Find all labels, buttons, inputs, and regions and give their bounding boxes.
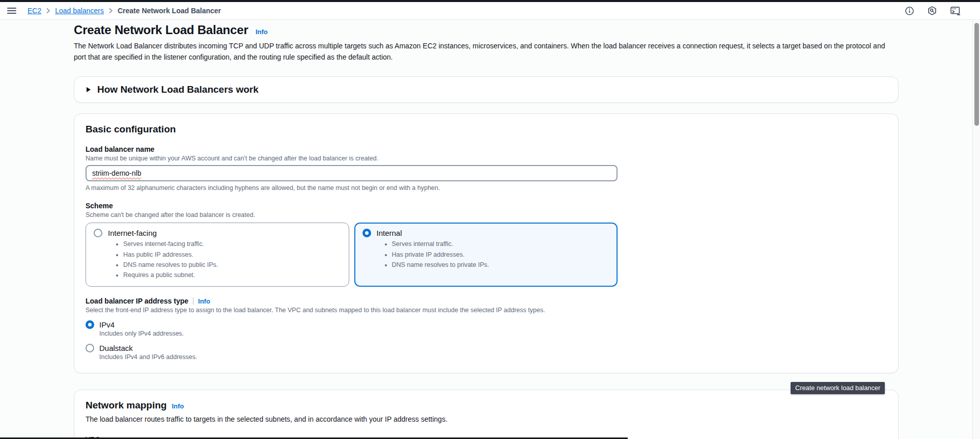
ip-type-description: Select the front-end IP address type to …	[86, 307, 887, 314]
info-circle-icon[interactable]	[905, 7, 914, 15]
chevron-right-icon	[108, 8, 113, 14]
bullet: DNS name resolves to public IPs.	[123, 260, 341, 270]
page-header: Create Network Load Balancer Info The Ne…	[74, 23, 899, 63]
basic-configuration-title: Basic configuration	[86, 124, 887, 135]
breadcrumb: EC2 Load balancers Create Network Load B…	[27, 7, 221, 15]
scrollbar-thumb[interactable]	[974, 23, 979, 126]
disclosure-triangle-icon	[87, 87, 91, 92]
bullet: Serves internet-facing traffic.	[123, 239, 341, 249]
page-title-info-link[interactable]: Info	[256, 28, 268, 36]
radio-ipv4[interactable]	[86, 320, 94, 329]
breadcrumb-ec2[interactable]: EC2	[27, 7, 41, 15]
radio-option-ipv4[interactable]: IPv4	[86, 320, 887, 329]
scheme-description: Scheme can't be changed after the load b…	[86, 211, 887, 218]
label-divider	[193, 297, 193, 305]
network-mapping-description: The load balancer routes traffic to targ…	[86, 415, 887, 423]
radio-dualstack-label: Dualstack	[99, 344, 133, 352]
cloudshell-terminal-icon[interactable]	[950, 7, 961, 15]
radio-option-dualstack[interactable]: Dualstack	[86, 344, 887, 352]
tile-label: Internet-facing	[108, 229, 157, 237]
network-mapping-info-link[interactable]: Info	[172, 402, 184, 410]
radio-internet-facing[interactable]	[94, 229, 102, 237]
load-balancer-name-input[interactable]: striim-demo-nlb	[86, 165, 618, 181]
breadcrumb-load-balancers[interactable]: Load balancers	[55, 7, 104, 15]
chevron-right-icon	[46, 8, 50, 14]
name-field-description: Name must be unique within your AWS acco…	[86, 155, 887, 162]
basic-configuration-card: Basic configuration Load balancer name N…	[74, 114, 899, 373]
load-balancer-name-field: Load balancer name Name must be unique w…	[86, 145, 887, 191]
vertical-scrollbar[interactable]	[972, 20, 980, 439]
name-field-constraint: A maximum of 32 alphanumeric characters …	[86, 184, 887, 191]
ip-address-type-field: Load balancer IP address type Info Selec…	[86, 297, 887, 361]
tile-label: Internal	[377, 229, 402, 237]
scheme-field: Scheme Scheme can't be changed after the…	[86, 202, 887, 287]
ip-type-label-row: Load balancer IP address type Info	[86, 297, 887, 305]
bullet: Has public IP addresses.	[123, 250, 341, 260]
network-mapping-card: Network mapping Info The load balancer r…	[74, 390, 899, 439]
tile-bullets: Serves internal traffic. Has private IP …	[383, 239, 610, 270]
menu-icon[interactable]	[7, 8, 16, 14]
bullet: Serves internal traffic.	[392, 239, 610, 249]
breadcrumb-current: Create Network Load Balancer	[118, 7, 221, 15]
scheme-tile-internet-facing[interactable]: Internet-facing Serves internet-facing t…	[86, 223, 349, 287]
hexagon-settings-icon[interactable]	[928, 6, 937, 15]
bullet: DNS name resolves to private IPs.	[392, 260, 610, 270]
scheme-tile-internal[interactable]: Internal Serves internal traffic. Has pr…	[354, 223, 618, 287]
scheme-label: Scheme	[86, 202, 887, 210]
page-content: Create Network Load Balancer Info The Ne…	[0, 20, 980, 439]
radio-ipv4-label: IPv4	[99, 320, 115, 329]
how-nlb-works-expander[interactable]: How Network Load Balancers work	[74, 76, 899, 103]
tile-bullets: Serves internet-facing traffic. Has publ…	[115, 239, 341, 280]
nav-utilities	[905, 6, 969, 15]
cursor-tooltip: Create network load balancer	[791, 382, 885, 394]
radio-dualstack-description: Includes IPv4 and IPv6 addresses.	[99, 353, 887, 361]
page-description: The Network Load Balancer distributes in…	[74, 41, 894, 63]
page-title: Create Network Load Balancer	[74, 23, 248, 37]
bullet: Requires a public subnet.	[123, 270, 341, 280]
top-navigation-bar: EC2 Load balancers Create Network Load B…	[0, 2, 980, 20]
radio-internal[interactable]	[362, 229, 371, 237]
bullet: Has private IP addresses.	[392, 250, 610, 260]
name-input-value: striim-demo-nlb	[92, 169, 141, 177]
expander-title: How Network Load Balancers work	[97, 84, 259, 95]
radio-ipv4-description: Includes only IPv4 addresses.	[99, 330, 887, 337]
name-field-label: Load balancer name	[86, 145, 887, 153]
radio-dualstack[interactable]	[86, 344, 94, 352]
ip-type-info-link[interactable]: Info	[198, 297, 210, 305]
scheme-tiles: Internet-facing Serves internet-facing t…	[86, 223, 618, 287]
network-mapping-title: Network mapping	[86, 400, 166, 411]
ip-type-label: Load balancer IP address type	[86, 297, 188, 305]
